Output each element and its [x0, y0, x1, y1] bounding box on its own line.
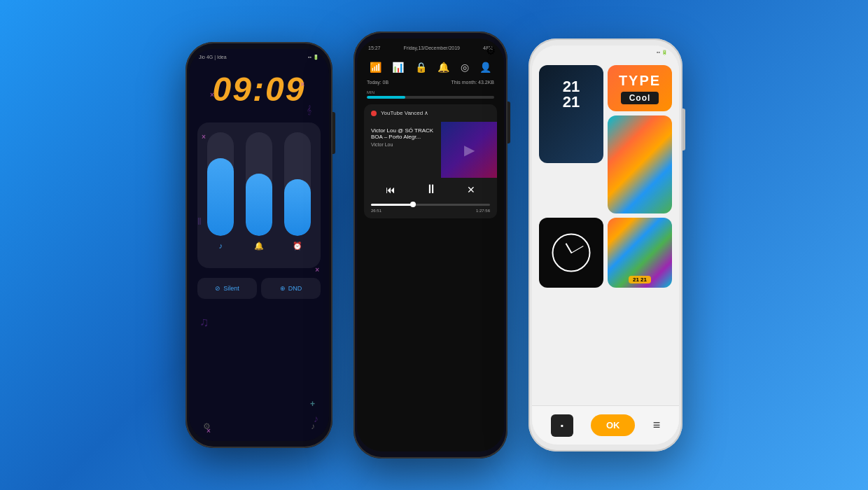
- player-artist: Victor Lou: [371, 142, 434, 147]
- phone-1-screen: × × × + × ♫ ♪ 𝄞 ||| × Jio 4G | Idea ▪▪ 🔋…: [189, 49, 329, 441]
- deco-x3: ×: [202, 133, 206, 141]
- phone-3: ▪▪ 🔋 21 21 TYPE Coo: [528, 38, 682, 451]
- clock-minute-hand: [571, 246, 584, 253]
- music-icon: ♪: [219, 241, 223, 250]
- phone-1-status-bar: Jio 4G | Idea ▪▪ 🔋: [189, 49, 329, 63]
- lock-icon[interactable]: 🔒: [415, 62, 427, 73]
- thumb-1-clock: 21 21: [563, 79, 580, 110]
- slider-music[interactable]: ♪: [204, 132, 237, 258]
- thumb-3-preview: [608, 115, 672, 214]
- phone-2-bg: ⚙ 15:27 Friday,13/December/2019 48% 📶 📊 …: [357, 38, 504, 451]
- phone-1-sliders-container: ♪ 🔔 ⏰: [197, 122, 321, 268]
- close-button[interactable]: ✕: [467, 184, 475, 195]
- silent-button[interactable]: ⊘ Silent: [197, 278, 257, 299]
- thumb-5-preview: [539, 218, 603, 288]
- type-cool-badge: TYPE Cool: [608, 65, 672, 111]
- player-info: Victor Lou @ SÓ TRACK BOA – Porto Alegr.…: [364, 122, 441, 178]
- player-controls: ⏮ ⏸ ✕: [364, 178, 497, 201]
- player-artwork: [441, 122, 497, 178]
- slider-bell[interactable]: 🔔: [243, 132, 276, 258]
- phone-1-clock: 09:09: [189, 70, 329, 108]
- phone-2-time: 15:27: [368, 46, 381, 50]
- seek-bar[interactable]: 26:51 1:27:56: [364, 201, 497, 218]
- hamburger-icon: ≡: [653, 418, 661, 432]
- player-source: YouTube Vanced ∧: [381, 110, 490, 116]
- slider-bell-fill: [246, 174, 272, 236]
- phone-3-bottom-bar: ▪ OK ≡: [532, 405, 679, 444]
- music-player: YouTube Vanced ∧ Victor Lou @ SÓ TRACK B…: [364, 104, 497, 218]
- thumb-1-preview: 21 21: [539, 65, 603, 163]
- slider-alarm[interactable]: ⏰: [281, 132, 314, 258]
- phone-2-progress-wrap: MIN: [367, 90, 494, 99]
- deco-plus1: +: [310, 399, 315, 409]
- deco-lines: |||: [197, 217, 201, 225]
- ok-label: OK: [606, 420, 620, 430]
- wallpaper-thumb-5[interactable]: [539, 218, 603, 288]
- thumb-6-overlay: 21 21: [629, 276, 651, 284]
- analog-clock-face: [552, 234, 591, 272]
- seek-track: [371, 204, 490, 206]
- wallpaper-icon-button[interactable]: ▪: [551, 414, 573, 437]
- phone-1-modes: ⊘ Silent ⊕ DND: [197, 278, 321, 299]
- ok-button[interactable]: OK: [591, 414, 636, 436]
- phone-1-bg: × × × + × ♫ ♪ 𝄞 ||| × Jio 4G | Idea ▪▪ 🔋…: [189, 49, 329, 441]
- seek-times: 26:51 1:27:56: [371, 209, 490, 213]
- data-today: Today: 0B: [367, 80, 388, 85]
- phone-3-status: ▪▪ 🔋: [532, 46, 679, 59]
- phone-2-data-row: Today: 0B This month: 43.2KB: [357, 77, 504, 88]
- wallpaper-thumb-1[interactable]: 21 21: [539, 65, 603, 163]
- progress-track: [367, 96, 494, 99]
- thumb-6-preview: 21 21: [608, 218, 672, 288]
- phone-2-date: Friday,13/December/2019: [404, 46, 460, 50]
- seek-fill: [371, 204, 413, 206]
- type-bottom: Cool: [621, 92, 659, 104]
- phone-3-bg: ▪▪ 🔋 21 21 TYPE Coo: [532, 46, 679, 444]
- phone-2-gear-icon[interactable]: ⚙: [486, 44, 496, 57]
- music-bottom-icon[interactable]: ♪: [311, 421, 315, 431]
- type-top: TYPE: [619, 73, 661, 89]
- settings-icon[interactable]: ⚙: [203, 421, 211, 431]
- menu-button[interactable]: ≡: [653, 418, 661, 433]
- wallpaper-thumb-3[interactable]: [608, 115, 672, 214]
- alarm-icon: ⏰: [293, 241, 302, 251]
- data-month: This month: 43.2KB: [451, 80, 494, 85]
- account-icon[interactable]: 👤: [479, 62, 491, 73]
- slider-alarm-fill: [284, 179, 311, 236]
- wallpaper-icon: ▪: [561, 421, 564, 430]
- slider-music-fill: [207, 158, 234, 236]
- progress-fill: [367, 96, 405, 99]
- wifi-icon[interactable]: 📶: [370, 62, 382, 73]
- player-body: Victor Lou @ SÓ TRACK BOA – Porto Alegr.…: [364, 122, 497, 178]
- clock-hour-hand: [565, 243, 572, 253]
- signal-icon[interactable]: 📊: [392, 62, 404, 73]
- dnd-label: DND: [288, 285, 302, 292]
- silent-icon: ⊘: [215, 285, 220, 292]
- wallpaper-thumb-6[interactable]: 21 21: [608, 218, 672, 288]
- phone-2: ⚙ 15:27 Friday,13/December/2019 48% 📶 📊 …: [354, 31, 507, 458]
- dnd-icon: ⊕: [280, 285, 286, 292]
- phone-3-status-icons: ▪▪ 🔋: [657, 50, 668, 55]
- phone-2-screen: ⚙ 15:27 Friday,13/December/2019 48% 📶 📊 …: [357, 38, 504, 451]
- deco-x1: ×: [210, 91, 214, 99]
- deco-note3: 𝄞: [307, 105, 312, 115]
- phone-1-status-icons: ▪▪ 🔋: [308, 55, 319, 60]
- current-time: 26:51: [371, 209, 382, 213]
- phone-1-carrier: Jio 4G | Idea: [199, 55, 227, 60]
- dnd-button[interactable]: ⊕ DND: [261, 278, 321, 299]
- deco-note1: ♫: [200, 315, 209, 330]
- wallpaper-grid: 21 21 TYPE Cool: [532, 59, 679, 293]
- deco-x5: ×: [315, 266, 319, 274]
- wallpaper-thumb-2[interactable]: TYPE Cool: [608, 65, 672, 111]
- notification-icon[interactable]: 🔔: [438, 62, 449, 73]
- player-header: YouTube Vanced ∧: [364, 104, 497, 122]
- location-icon[interactable]: ◎: [461, 62, 469, 73]
- phone-1-sliders: ♪ 🔔 ⏰: [204, 132, 314, 258]
- player-song: Victor Lou @ SÓ TRACK BOA – Porto Alegr.…: [371, 127, 434, 140]
- phone-3-screen: ▪▪ 🔋 21 21 TYPE Coo: [532, 46, 679, 444]
- youtube-icon: [371, 111, 377, 116]
- prev-button[interactable]: ⏮: [386, 184, 396, 195]
- pause-button[interactable]: ⏸: [425, 182, 438, 197]
- seek-thumb: [410, 202, 416, 207]
- progress-label: MIN: [367, 90, 494, 94]
- phone-1-bottom-icons: ⚙ ♪: [189, 421, 329, 431]
